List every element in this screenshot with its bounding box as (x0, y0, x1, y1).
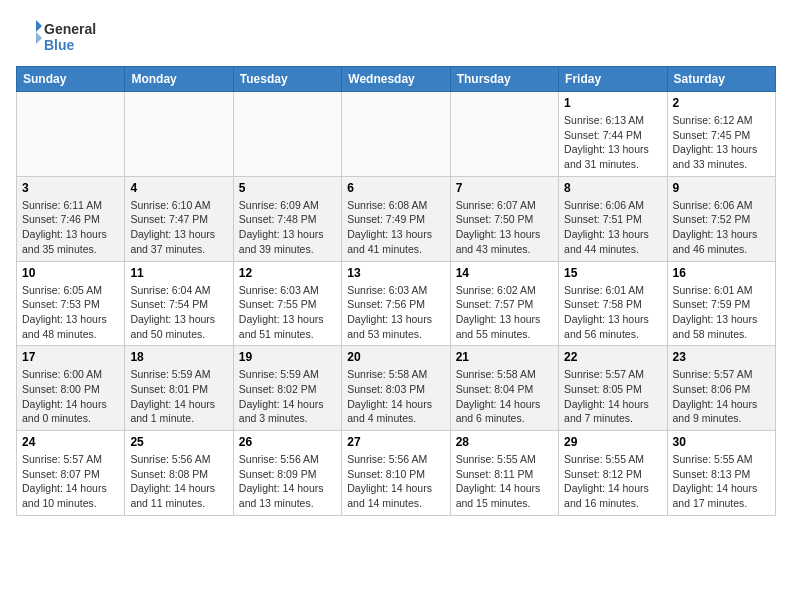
day-number: 9 (673, 181, 770, 195)
calendar-cell: 2Sunrise: 6:12 AMSunset: 7:45 PMDaylight… (667, 92, 775, 177)
day-number: 23 (673, 350, 770, 364)
day-info: Sunrise: 5:56 AMSunset: 8:08 PMDaylight:… (130, 452, 227, 511)
calendar-cell: 12Sunrise: 6:03 AMSunset: 7:55 PMDayligh… (233, 261, 341, 346)
day-info: Sunrise: 5:59 AMSunset: 8:01 PMDaylight:… (130, 367, 227, 426)
day-info: Sunrise: 5:55 AMSunset: 8:11 PMDaylight:… (456, 452, 553, 511)
day-number: 21 (456, 350, 553, 364)
calendar-week-row: 10Sunrise: 6:05 AMSunset: 7:53 PMDayligh… (17, 261, 776, 346)
logo: General Blue (16, 16, 106, 56)
day-info: Sunrise: 5:56 AMSunset: 8:09 PMDaylight:… (239, 452, 336, 511)
day-info: Sunrise: 6:03 AMSunset: 7:55 PMDaylight:… (239, 283, 336, 342)
day-info: Sunrise: 6:01 AMSunset: 7:59 PMDaylight:… (673, 283, 770, 342)
day-number: 13 (347, 266, 444, 280)
calendar-cell: 24Sunrise: 5:57 AMSunset: 8:07 PMDayligh… (17, 431, 125, 516)
calendar-cell: 30Sunrise: 5:55 AMSunset: 8:13 PMDayligh… (667, 431, 775, 516)
calendar-table: SundayMondayTuesdayWednesdayThursdayFrid… (16, 66, 776, 516)
day-info: Sunrise: 6:01 AMSunset: 7:58 PMDaylight:… (564, 283, 661, 342)
calendar-cell: 25Sunrise: 5:56 AMSunset: 8:08 PMDayligh… (125, 431, 233, 516)
calendar-cell: 23Sunrise: 5:57 AMSunset: 8:06 PMDayligh… (667, 346, 775, 431)
day-info: Sunrise: 5:57 AMSunset: 8:07 PMDaylight:… (22, 452, 119, 511)
day-number: 27 (347, 435, 444, 449)
day-number: 2 (673, 96, 770, 110)
day-number: 12 (239, 266, 336, 280)
day-number: 28 (456, 435, 553, 449)
calendar-cell: 5Sunrise: 6:09 AMSunset: 7:48 PMDaylight… (233, 176, 341, 261)
calendar-cell: 21Sunrise: 5:58 AMSunset: 8:04 PMDayligh… (450, 346, 558, 431)
calendar-cell: 4Sunrise: 6:10 AMSunset: 7:47 PMDaylight… (125, 176, 233, 261)
day-info: Sunrise: 5:59 AMSunset: 8:02 PMDaylight:… (239, 367, 336, 426)
calendar-cell: 29Sunrise: 5:55 AMSunset: 8:12 PMDayligh… (559, 431, 667, 516)
calendar-cell: 14Sunrise: 6:02 AMSunset: 7:57 PMDayligh… (450, 261, 558, 346)
day-number: 26 (239, 435, 336, 449)
day-info: Sunrise: 6:05 AMSunset: 7:53 PMDaylight:… (22, 283, 119, 342)
day-number: 14 (456, 266, 553, 280)
logo-svg: General Blue (16, 16, 106, 56)
svg-text:General: General (44, 21, 96, 37)
day-number: 19 (239, 350, 336, 364)
day-info: Sunrise: 6:07 AMSunset: 7:50 PMDaylight:… (456, 198, 553, 257)
calendar-header-row: SundayMondayTuesdayWednesdayThursdayFrid… (17, 67, 776, 92)
calendar-cell: 1Sunrise: 6:13 AMSunset: 7:44 PMDaylight… (559, 92, 667, 177)
day-info: Sunrise: 6:12 AMSunset: 7:45 PMDaylight:… (673, 113, 770, 172)
calendar-cell: 16Sunrise: 6:01 AMSunset: 7:59 PMDayligh… (667, 261, 775, 346)
day-info: Sunrise: 5:58 AMSunset: 8:03 PMDaylight:… (347, 367, 444, 426)
day-info: Sunrise: 6:13 AMSunset: 7:44 PMDaylight:… (564, 113, 661, 172)
page-header: General Blue (16, 16, 776, 56)
calendar-cell: 22Sunrise: 5:57 AMSunset: 8:05 PMDayligh… (559, 346, 667, 431)
calendar-cell: 20Sunrise: 5:58 AMSunset: 8:03 PMDayligh… (342, 346, 450, 431)
day-number: 18 (130, 350, 227, 364)
day-info: Sunrise: 6:06 AMSunset: 7:52 PMDaylight:… (673, 198, 770, 257)
calendar-cell (125, 92, 233, 177)
calendar-week-row: 1Sunrise: 6:13 AMSunset: 7:44 PMDaylight… (17, 92, 776, 177)
day-of-week-header: Wednesday (342, 67, 450, 92)
day-info: Sunrise: 6:04 AMSunset: 7:54 PMDaylight:… (130, 283, 227, 342)
calendar-cell (17, 92, 125, 177)
day-number: 10 (22, 266, 119, 280)
day-number: 16 (673, 266, 770, 280)
day-number: 6 (347, 181, 444, 195)
day-number: 1 (564, 96, 661, 110)
calendar-cell (450, 92, 558, 177)
day-number: 7 (456, 181, 553, 195)
day-info: Sunrise: 6:02 AMSunset: 7:57 PMDaylight:… (456, 283, 553, 342)
day-info: Sunrise: 6:00 AMSunset: 8:00 PMDaylight:… (22, 367, 119, 426)
day-number: 30 (673, 435, 770, 449)
day-number: 11 (130, 266, 227, 280)
day-info: Sunrise: 5:57 AMSunset: 8:06 PMDaylight:… (673, 367, 770, 426)
day-number: 25 (130, 435, 227, 449)
day-info: Sunrise: 5:55 AMSunset: 8:12 PMDaylight:… (564, 452, 661, 511)
calendar-cell: 17Sunrise: 6:00 AMSunset: 8:00 PMDayligh… (17, 346, 125, 431)
calendar-week-row: 3Sunrise: 6:11 AMSunset: 7:46 PMDaylight… (17, 176, 776, 261)
calendar-week-row: 17Sunrise: 6:00 AMSunset: 8:00 PMDayligh… (17, 346, 776, 431)
day-info: Sunrise: 5:57 AMSunset: 8:05 PMDaylight:… (564, 367, 661, 426)
day-info: Sunrise: 6:11 AMSunset: 7:46 PMDaylight:… (22, 198, 119, 257)
day-number: 22 (564, 350, 661, 364)
calendar-cell: 26Sunrise: 5:56 AMSunset: 8:09 PMDayligh… (233, 431, 341, 516)
day-number: 3 (22, 181, 119, 195)
day-info: Sunrise: 6:03 AMSunset: 7:56 PMDaylight:… (347, 283, 444, 342)
day-number: 15 (564, 266, 661, 280)
day-number: 24 (22, 435, 119, 449)
calendar-cell: 7Sunrise: 6:07 AMSunset: 7:50 PMDaylight… (450, 176, 558, 261)
day-number: 20 (347, 350, 444, 364)
day-of-week-header: Monday (125, 67, 233, 92)
day-number: 17 (22, 350, 119, 364)
calendar-cell (342, 92, 450, 177)
calendar-cell: 18Sunrise: 5:59 AMSunset: 8:01 PMDayligh… (125, 346, 233, 431)
day-of-week-header: Friday (559, 67, 667, 92)
calendar-cell: 19Sunrise: 5:59 AMSunset: 8:02 PMDayligh… (233, 346, 341, 431)
day-info: Sunrise: 5:56 AMSunset: 8:10 PMDaylight:… (347, 452, 444, 511)
calendar-cell: 3Sunrise: 6:11 AMSunset: 7:46 PMDaylight… (17, 176, 125, 261)
svg-marker-3 (36, 32, 42, 44)
day-number: 8 (564, 181, 661, 195)
calendar-cell: 8Sunrise: 6:06 AMSunset: 7:51 PMDaylight… (559, 176, 667, 261)
calendar-cell: 15Sunrise: 6:01 AMSunset: 7:58 PMDayligh… (559, 261, 667, 346)
day-info: Sunrise: 5:55 AMSunset: 8:13 PMDaylight:… (673, 452, 770, 511)
day-info: Sunrise: 6:10 AMSunset: 7:47 PMDaylight:… (130, 198, 227, 257)
day-of-week-header: Tuesday (233, 67, 341, 92)
day-number: 4 (130, 181, 227, 195)
day-of-week-header: Sunday (17, 67, 125, 92)
calendar-week-row: 24Sunrise: 5:57 AMSunset: 8:07 PMDayligh… (17, 431, 776, 516)
calendar-cell: 9Sunrise: 6:06 AMSunset: 7:52 PMDaylight… (667, 176, 775, 261)
day-number: 5 (239, 181, 336, 195)
